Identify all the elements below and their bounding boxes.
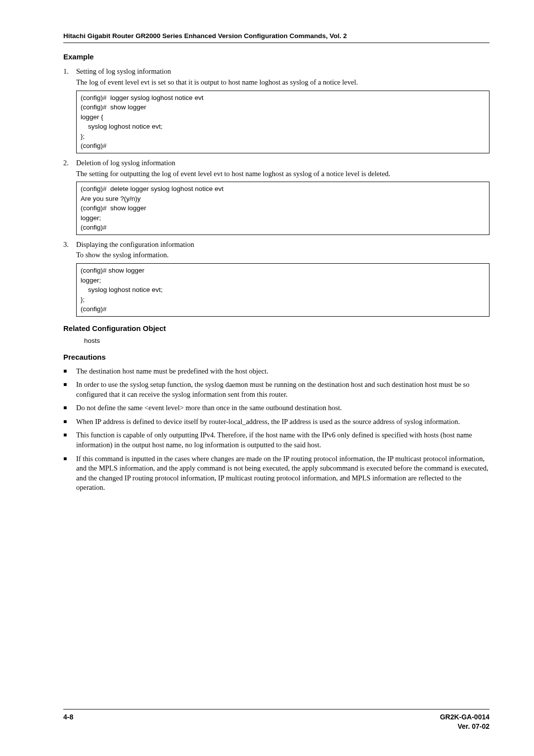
bullet-icon: ■ xyxy=(63,403,76,413)
example-1-number: 1. xyxy=(63,67,76,77)
example-1-code: (config)# logger syslog loghost notice e… xyxy=(76,91,490,153)
example-3-number: 3. xyxy=(63,240,76,250)
bullet-icon: ■ xyxy=(63,430,76,450)
list-item: ■ The destination host name must be pred… xyxy=(63,367,490,377)
example-item-1: 1. Setting of log syslog information xyxy=(63,67,490,77)
precaution-text: When IP address is defined to device its… xyxy=(76,417,490,427)
list-item: ■ When IP address is defined to device i… xyxy=(63,417,490,427)
example-2-desc: The setting for outputting the log of ev… xyxy=(76,169,490,179)
page-footer: 4-8 GR2K-GA-0014 Ver. 07-02 xyxy=(63,709,490,731)
bullet-icon: ■ xyxy=(63,417,76,427)
list-item: ■ This function is capable of only outpu… xyxy=(63,430,490,450)
precautions-heading: Precautions xyxy=(63,352,490,362)
example-3-desc: To show the syslog information. xyxy=(76,250,490,260)
bullet-icon: ■ xyxy=(63,454,76,493)
precaution-text: This function is capable of only outputt… xyxy=(76,430,490,450)
precaution-text: The destination host name must be predef… xyxy=(76,367,490,377)
list-item: ■ If this command is inputted in the cas… xyxy=(63,454,490,493)
precaution-text: In order to use the syslog setup functio… xyxy=(76,380,490,399)
bullet-icon: ■ xyxy=(63,380,76,399)
footer-rule xyxy=(63,709,490,709)
running-header: Hitachi Gigabit Router GR2000 Series Enh… xyxy=(63,32,490,41)
header-rule xyxy=(63,43,490,43)
related-config-heading: Related Configuration Object xyxy=(63,324,490,333)
list-item: ■ Do not define the same <event level> m… xyxy=(63,403,490,413)
example-3-code: (config)# show logger logger; syslog log… xyxy=(76,263,490,317)
bullet-icon: ■ xyxy=(63,367,76,377)
example-item-2: 2. Deletion of log syslog information xyxy=(63,158,490,168)
example-2-number: 2. xyxy=(63,158,76,168)
example-1-title: Setting of log syslog information xyxy=(76,67,490,77)
precaution-text: Do not define the same <event level> mor… xyxy=(76,403,490,413)
related-config-value: hosts xyxy=(84,336,490,345)
footer-version: Ver. 07-02 xyxy=(440,722,490,731)
example-2-title: Deletion of log syslog information xyxy=(76,158,490,168)
precaution-text: If this command is inputted in the cases… xyxy=(76,454,490,493)
example-heading: Example xyxy=(63,52,490,62)
list-item: ■ In order to use the syslog setup funct… xyxy=(63,380,490,399)
example-3-title: Displaying the configuration information xyxy=(76,240,490,250)
example-1-desc: The log of event level evt is set so tha… xyxy=(76,78,490,88)
example-2-code: (config)# delete logger syslog loghost n… xyxy=(76,182,490,235)
footer-page-number: 4-8 xyxy=(63,712,73,731)
precautions-list: ■ The destination host name must be pred… xyxy=(63,367,490,493)
example-item-3: 3. Displaying the configuration informat… xyxy=(63,240,490,250)
footer-doc-id: GR2K-GA-0014 xyxy=(440,712,490,722)
